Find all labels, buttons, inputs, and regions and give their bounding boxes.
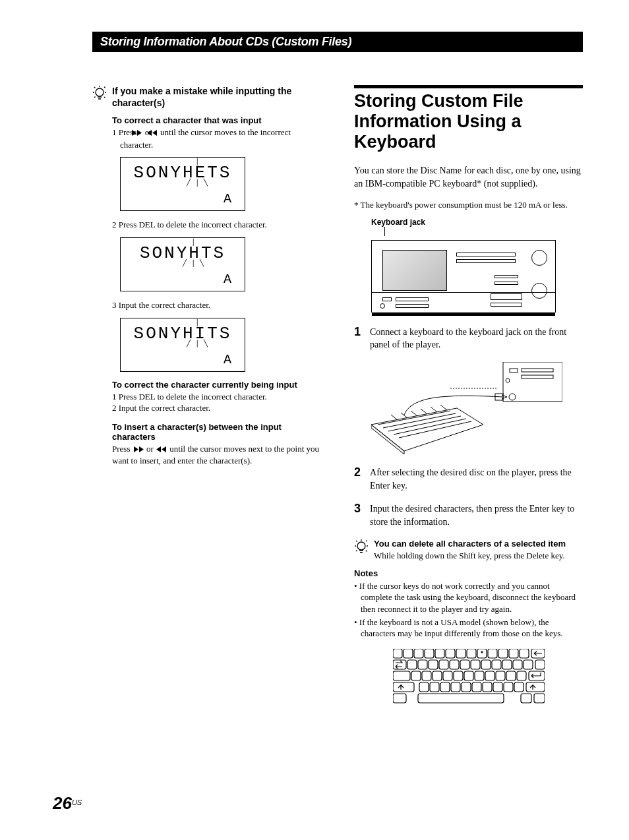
subhead-insert: To insert a character(s) between the inp… — [112, 422, 321, 442]
sub2-step1: 1 Press DEL to delete the incorrect char… — [120, 391, 321, 403]
notes-heading: Notes — [354, 568, 583, 578]
svg-rect-49 — [517, 671, 526, 680]
cursor-bot-3b: │ — [195, 341, 199, 347]
svg-rect-20 — [509, 649, 518, 658]
svg-rect-36 — [524, 660, 533, 669]
lcd-sub-3: A — [224, 352, 231, 367]
lcd-sub-1: A — [224, 191, 231, 206]
svg-rect-65 — [521, 694, 531, 703]
svg-rect-42 — [443, 671, 452, 680]
svg-rect-16 — [467, 649, 476, 658]
step-1-text: Connect a keyboard to the keyboard jack … — [370, 326, 583, 351]
tip-bulb-icon — [92, 85, 107, 104]
cursor-bot-1b: │ — [195, 180, 199, 187]
svg-rect-15 — [456, 649, 465, 658]
right-column: Storing Custom File Information Using a … — [354, 85, 583, 712]
right-intro: You can store the Disc Name for each dis… — [354, 164, 583, 190]
keyboard-jack-label: Keyboard jack — [371, 218, 583, 227]
svg-rect-56 — [462, 682, 471, 692]
left-step3: 3 Input the correct character. — [120, 299, 321, 311]
cursor-bot-2a: ╱ — [183, 260, 187, 267]
next-track-icon — [156, 444, 167, 456]
cursor-bot-3c: ╲ — [204, 341, 208, 347]
left-step1: 1 Press or until the cursor moves to the… — [120, 127, 321, 150]
svg-rect-31 — [471, 660, 480, 669]
svg-rect-2 — [510, 369, 518, 373]
sub2-step2: 2 Input the correct character. — [120, 402, 321, 414]
svg-rect-43 — [454, 671, 463, 680]
lcd-display-2: SONYHTS │ ╱ │ ╲ A — [120, 237, 245, 291]
tip-bulb-icon — [354, 539, 369, 557]
usa-keyboard-layout-icon — [393, 649, 545, 712]
tip-title: If you make a mistake while inputting th… — [112, 85, 321, 109]
svg-rect-39 — [411, 671, 421, 680]
right-footnote: * The keyboard's power consumption must … — [354, 199, 583, 211]
left-column: If you make a mistake while inputting th… — [92, 85, 321, 712]
svg-rect-63 — [393, 694, 406, 703]
svg-rect-12 — [425, 649, 434, 658]
sub3-body: Press or until the cursor moves next to … — [112, 443, 321, 467]
svg-rect-40 — [422, 671, 431, 680]
cursor-top-1: │ — [195, 159, 199, 165]
step-num-2: 2 — [354, 466, 361, 492]
subhead-correct-current: To correct the character currently being… — [112, 380, 321, 390]
step-2-text: After selecting the desired disc on the … — [370, 466, 583, 492]
svg-rect-45 — [475, 671, 484, 680]
svg-rect-4 — [522, 375, 553, 378]
step-num-3: 3 — [354, 502, 361, 528]
lcd-display-3: SONYHITS │ ╱ │ ╲ A — [120, 318, 245, 372]
svg-rect-48 — [506, 671, 516, 680]
tip2-body: While holding down the Shift key, press … — [374, 550, 566, 562]
svg-rect-25 — [407, 660, 417, 669]
svg-point-23 — [481, 651, 483, 653]
svg-rect-27 — [429, 660, 438, 669]
svg-rect-33 — [492, 660, 501, 669]
note-2: • If the keyboard is not a USA model (sh… — [361, 616, 583, 640]
svg-point-5 — [506, 378, 510, 382]
right-heading: Storing Custom File Information Using a … — [354, 85, 583, 152]
cursor-top-2: │ — [191, 239, 195, 246]
svg-rect-28 — [439, 660, 448, 669]
svg-rect-37 — [535, 660, 545, 669]
page-number: 26US — [53, 793, 82, 814]
svg-rect-62 — [526, 682, 545, 692]
svg-rect-55 — [451, 682, 460, 692]
svg-rect-66 — [534, 694, 545, 703]
prev-track-icon — [133, 444, 144, 456]
svg-rect-41 — [433, 671, 442, 680]
svg-rect-9 — [393, 649, 402, 658]
svg-rect-53 — [430, 682, 439, 692]
svg-point-8 — [357, 542, 365, 550]
step-3-text: Input the desired characters, then press… — [370, 502, 583, 528]
player-front-diagram — [371, 240, 556, 313]
left-step2: 2 Press DEL to delete the incorrect char… — [120, 219, 321, 231]
svg-rect-46 — [485, 671, 494, 680]
tip2-title: You can delete all characters of a selec… — [374, 539, 566, 550]
svg-rect-44 — [464, 671, 473, 680]
lcd-text-3: SONYHITS — [134, 324, 232, 344]
svg-rect-35 — [513, 660, 522, 669]
svg-rect-59 — [493, 682, 502, 692]
svg-rect-29 — [450, 660, 459, 669]
svg-rect-32 — [481, 660, 491, 669]
svg-rect-57 — [472, 682, 481, 692]
svg-rect-24 — [393, 660, 406, 669]
svg-rect-19 — [498, 649, 508, 658]
svg-rect-54 — [440, 682, 450, 692]
svg-rect-26 — [418, 660, 427, 669]
svg-point-6 — [509, 394, 516, 400]
svg-rect-34 — [502, 660, 512, 669]
svg-rect-11 — [414, 649, 423, 658]
svg-rect-14 — [446, 649, 455, 658]
cursor-bot-3a: ╱ — [187, 341, 191, 347]
section-header-bar: Storing Information About CDs (Custom Fi… — [92, 32, 583, 52]
svg-rect-64 — [418, 694, 504, 703]
svg-point-0 — [96, 88, 104, 96]
svg-rect-18 — [488, 649, 497, 658]
svg-rect-3 — [522, 369, 553, 372]
svg-rect-52 — [419, 682, 429, 692]
note-1: • If the cursor keys do not work correct… — [361, 580, 583, 615]
svg-rect-60 — [504, 682, 513, 692]
step-num-1: 1 — [354, 326, 361, 351]
svg-rect-13 — [435, 649, 444, 658]
